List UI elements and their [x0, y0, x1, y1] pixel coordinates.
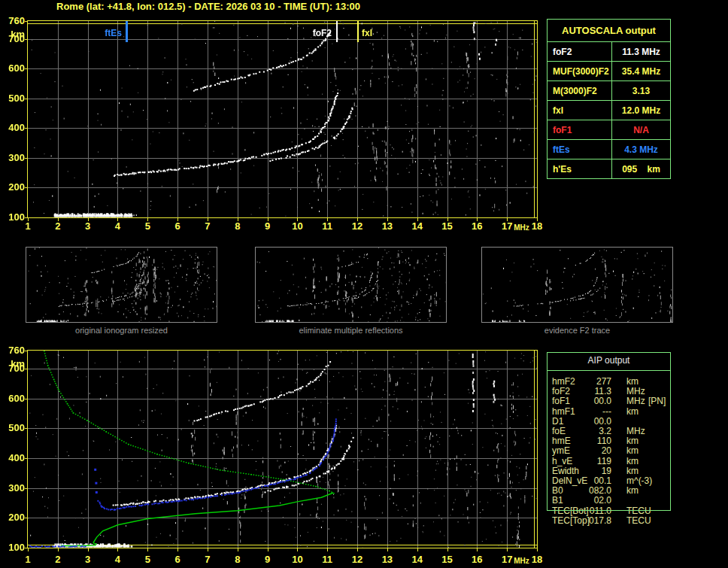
aip-param-unit: km [626, 446, 639, 456]
aip-row-TECBot: TEC[Bot]011.0TECU [547, 506, 671, 516]
autoscala-param-value: 095 km [612, 159, 670, 178]
autoscala-row-foF2: foF211.3 MHz [548, 42, 670, 62]
autoscala-row-MUF3000F2: MUF(3000)F235.4 MHz [548, 62, 670, 81]
y-axis-tick-label: 300 [2, 153, 25, 163]
thumbnail-evidence-f2 [481, 247, 673, 323]
aip-row-Ewidth: Ewidth19km [547, 466, 671, 476]
y-axis-tick [25, 488, 28, 489]
x-axis-tick [477, 548, 478, 551]
x-axis-tick [177, 548, 178, 551]
aip-row-foE: foE3.2MHz [547, 427, 671, 436]
x-axis-tick [417, 218, 418, 221]
aip-param-unit: km [626, 407, 639, 417]
x-axis-tick [357, 548, 358, 551]
marker-label-fxI: fxI [362, 28, 394, 38]
aip-param-extra: [PN] [648, 396, 666, 406]
aip-param-value: --- [583, 407, 611, 417]
aip-param-value: 017.8 [583, 516, 611, 526]
x-axis-tick-label: 2 [50, 554, 66, 565]
x-axis-tick [117, 218, 118, 221]
aip-row-foF2: foF211.3MHz [547, 387, 671, 396]
y-axis-tick [25, 399, 28, 399]
y-axis-tick [25, 458, 28, 459]
aip-param-unit: TECU [626, 516, 651, 526]
y-axis-tick-label: 400 [2, 453, 25, 463]
aip-param-value: 119 [583, 457, 611, 466]
x-axis-tick [507, 548, 508, 551]
y-axis-tick-label: 100 [2, 542, 25, 553]
aip-table-title: AIP output [547, 355, 671, 366]
aip-param-label: D1 [552, 417, 563, 427]
aip-param-unit: km [626, 466, 639, 476]
aip-param-label: hmF2 [552, 377, 575, 387]
autoscala-param-value: 11.3 MHz [612, 42, 670, 61]
x-axis-tick [88, 548, 89, 551]
x-axis-tick-label: 11 [319, 554, 335, 565]
y-axis-tick-label: 400 [2, 123, 25, 133]
autoscala-screen: Rome (lat: +41.8, lon: 012.5) - DATE: 20… [0, 0, 728, 568]
autoscala-param-label: h'Es [548, 159, 612, 178]
aip-param-value: 11.3 [583, 387, 611, 396]
aip-param-label: foF1 [552, 396, 570, 406]
x-axis-tick-label: 5 [139, 554, 156, 565]
aip-param-label: foE [552, 427, 566, 436]
aip-row-ymE: ymE20km [547, 446, 671, 456]
y-axis-tick-label: 760 [2, 345, 25, 356]
marker-label-foF2: foF2 [299, 28, 332, 38]
aip-param-value: 00.0 [583, 396, 611, 406]
x-axis-tick [268, 548, 268, 551]
aip-row-hmF2: hmF2277km [547, 377, 671, 387]
aip-param-value: 00.1 [583, 476, 611, 486]
x-axis-tick [268, 218, 268, 221]
x-axis-tick [357, 218, 358, 221]
aip-param-value: 20 [583, 446, 611, 456]
aip-param-value: 082.0 [583, 486, 611, 496]
aip-header-divider [548, 370, 670, 371]
x-axis-tick-label: 18 [529, 221, 545, 232]
autoscala-row-ftEs: ftEs4.3 MHz [548, 140, 670, 159]
x-axis-tick-label: 12 [349, 554, 366, 565]
aip-row-foF1: foF100.0MHz[PN] [547, 396, 671, 406]
aip-param-unit: km [626, 436, 639, 446]
aip-param-label: h_vE [552, 457, 572, 466]
autoscala-table-title: AUTOSCALA output [548, 20, 670, 42]
aip-row-hmF1: hmF1---km [547, 407, 671, 417]
aip-param-unit: km [626, 486, 639, 496]
x-axis-unit-label: MHz [514, 557, 529, 565]
aip-param-unit: MHz [626, 396, 645, 406]
autoscala-param-value: N/A [612, 120, 670, 139]
x-axis-tick-label: 6 [169, 554, 186, 565]
autoscala-param-value: 3.13 [612, 81, 670, 100]
y-axis-tick [25, 158, 28, 159]
thumbnail-caption: original ionogram resized [26, 326, 217, 335]
x-axis-tick-label: 4 [109, 221, 126, 232]
y-axis-tick [25, 518, 28, 518]
y-axis-tick [25, 187, 28, 188]
y-axis-tick [25, 68, 28, 69]
x-axis-tick [88, 218, 89, 221]
x-axis-tick [537, 548, 538, 551]
x-axis-tick [327, 548, 328, 551]
x-axis-tick-label: 9 [259, 554, 276, 565]
aip-param-unit: km [626, 457, 639, 466]
autoscala-param-label: M(3000)F2 [548, 81, 612, 100]
aip-param-value: 011.0 [583, 506, 611, 516]
x-axis-tick-label: 6 [169, 221, 186, 232]
x-axis-tick [147, 548, 148, 551]
y-axis-tick [25, 128, 28, 129]
x-axis-tick [417, 548, 418, 551]
aip-param-label: B0 [552, 486, 563, 496]
x-axis-tick [177, 218, 178, 221]
autoscala-param-value: 35.4 MHz [612, 62, 670, 80]
aip-param-unit: MHz [626, 387, 645, 396]
aip-row-hmE: hmE110km [547, 436, 671, 446]
x-axis-tick-label: 17 [499, 554, 515, 565]
y-axis-tick-label: 500 [2, 423, 25, 433]
aip-row-DelNvE: DelN_vE00.1m^(-3) [547, 476, 671, 486]
y-axis-unit-label: km [2, 358, 25, 369]
aip-param-label: ymE [552, 446, 570, 456]
y-axis-tick [25, 99, 28, 99]
x-axis-tick-label: 1 [20, 554, 36, 565]
y-axis-tick [25, 21, 28, 22]
thumbnail-original-ionogram [26, 247, 217, 323]
